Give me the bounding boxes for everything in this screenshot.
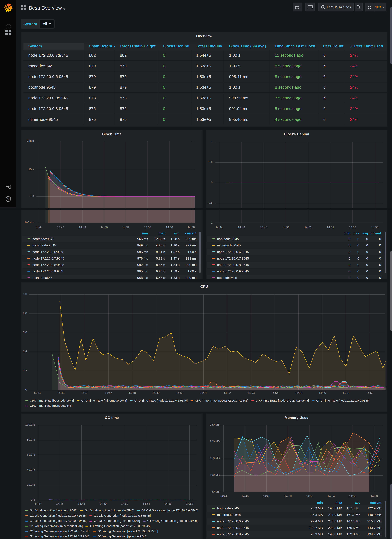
svg-text:?: ?: [7, 197, 10, 201]
svg-text:?: ?: [8, 25, 10, 29]
